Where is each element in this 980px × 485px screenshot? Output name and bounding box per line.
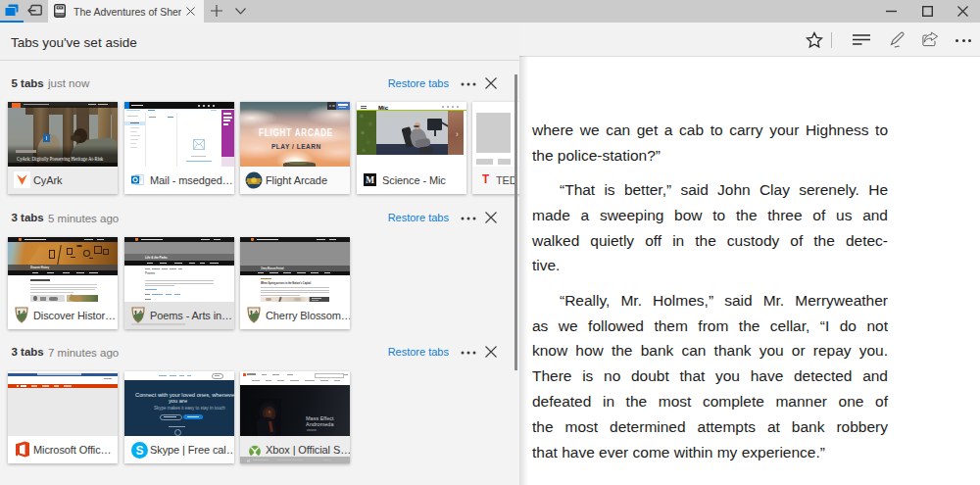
svg-text:M: M — [366, 175, 374, 185]
svg-text:S: S — [135, 444, 143, 458]
